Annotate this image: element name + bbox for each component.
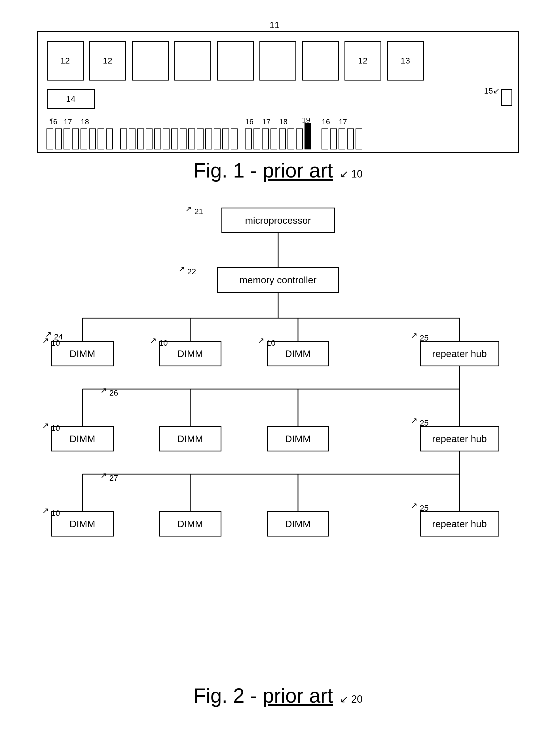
ref-25-r1: 25 bbox=[420, 334, 429, 343]
svg-rect-6 bbox=[64, 129, 70, 149]
ref-22: 22 bbox=[187, 267, 196, 276]
arrow-10-r2-1: ↗ bbox=[42, 421, 49, 430]
arrow-25-r1: ↗ bbox=[411, 331, 417, 340]
fig2-ref-20: ↙ 20 bbox=[340, 693, 362, 705]
pin-group-3: 16 17 18 19 bbox=[245, 118, 311, 149]
ref-10-r1-3: 10 bbox=[267, 339, 276, 348]
svg-rect-20 bbox=[188, 129, 195, 149]
arrow-10-r1-1: ↗ bbox=[42, 336, 49, 345]
arrow-27: ↗ bbox=[100, 471, 107, 480]
label-15-text: 15↙ bbox=[484, 86, 499, 96]
svg-rect-11 bbox=[106, 129, 112, 149]
ref-25-r2: 25 bbox=[420, 418, 429, 427]
svg-rect-13 bbox=[129, 129, 135, 149]
dimm-r2-2-box: DIMM bbox=[159, 426, 221, 451]
svg-rect-34 bbox=[279, 129, 285, 149]
svg-rect-4 bbox=[47, 129, 53, 149]
arrow-21: ↗ bbox=[185, 204, 192, 213]
ref-10-r2-1: 10 bbox=[51, 424, 60, 433]
arrow-26: ↗ bbox=[100, 386, 107, 395]
chip-12-3: 12 bbox=[345, 41, 381, 80]
svg-rect-7 bbox=[72, 129, 78, 149]
svg-rect-40 bbox=[322, 129, 328, 149]
fig2-diagram: microprocessor 21 ↗ memory controller 22… bbox=[37, 199, 519, 681]
ref-27: 27 bbox=[109, 474, 118, 483]
pins-svg: 16 ↙ 17 18 bbox=[38, 118, 520, 152]
arrow-25-r3: ↗ bbox=[411, 501, 417, 510]
svg-rect-18 bbox=[172, 129, 178, 149]
dimm-r3-3-box: DIMM bbox=[267, 511, 329, 537]
dimm-r3-2-box: DIMM bbox=[159, 511, 221, 537]
fig2-container: microprocessor 21 ↗ memory controller 22… bbox=[37, 199, 519, 707]
ref-10-r3-1: 10 bbox=[51, 509, 60, 518]
pin-group-2 bbox=[120, 129, 237, 149]
svg-rect-41 bbox=[330, 129, 337, 149]
chip-6 bbox=[259, 41, 296, 80]
arrow-10-r1-3: ↗ bbox=[258, 336, 264, 345]
repeater-r3-box: repeater hub bbox=[420, 511, 499, 537]
page: 11 12 12 12 13 14 15↙ bbox=[0, 0, 556, 756]
svg-rect-12 bbox=[120, 129, 127, 149]
ref-26: 26 bbox=[109, 388, 118, 398]
chip-5 bbox=[217, 41, 254, 80]
dimm-r1-3-box: DIMM bbox=[267, 341, 329, 366]
fig1-container: 11 12 12 12 13 14 15↙ bbox=[37, 20, 519, 182]
fig1-ref-10: ↙ 10 bbox=[340, 168, 362, 180]
svg-text:17: 17 bbox=[262, 118, 271, 126]
fig1-ref-11: 11 bbox=[270, 20, 280, 30]
pin-group-4: 16 17 bbox=[322, 118, 362, 149]
fig2-caption-underline: prior art bbox=[263, 684, 333, 707]
fig1-caption-row: Fig. 1 - prior art ↙ 10 bbox=[37, 159, 519, 182]
svg-text:↙: ↙ bbox=[49, 118, 54, 122]
svg-rect-24 bbox=[222, 129, 229, 149]
svg-text:17: 17 bbox=[339, 118, 347, 126]
svg-rect-14 bbox=[138, 129, 144, 149]
svg-rect-33 bbox=[271, 129, 277, 149]
fig1-caption-underline: prior art bbox=[263, 159, 333, 182]
svg-text:18: 18 bbox=[81, 118, 89, 126]
arrow-25-r2: ↗ bbox=[411, 416, 417, 425]
svg-rect-19 bbox=[180, 129, 186, 149]
svg-rect-9 bbox=[89, 129, 96, 149]
svg-rect-32 bbox=[262, 129, 269, 149]
svg-rect-37 bbox=[305, 124, 311, 149]
svg-rect-8 bbox=[81, 129, 87, 149]
svg-text:18: 18 bbox=[279, 118, 287, 126]
arrow-10-r1-2: ↗ bbox=[150, 336, 157, 345]
chip-13: 13 bbox=[387, 41, 424, 80]
svg-text:17: 17 bbox=[64, 118, 72, 126]
microprocessor-box: microprocessor bbox=[221, 208, 335, 233]
dimm-r1-1-box: DIMM bbox=[51, 341, 114, 366]
svg-rect-42 bbox=[339, 129, 345, 149]
motherboard: 12 12 12 13 14 15↙ bbox=[37, 31, 519, 153]
svg-text:16: 16 bbox=[322, 118, 330, 126]
chip-15 bbox=[501, 89, 512, 106]
chip-12-2: 12 bbox=[89, 41, 126, 80]
pin-group-1: 16 ↙ 17 18 bbox=[47, 118, 112, 149]
chip-14: 14 bbox=[47, 89, 95, 109]
fig2-caption-row: Fig. 2 - prior art ↙ 20 bbox=[37, 684, 519, 707]
svg-rect-23 bbox=[214, 129, 220, 149]
svg-rect-44 bbox=[356, 129, 362, 149]
memory-controller-box: memory controller bbox=[217, 267, 339, 293]
svg-rect-22 bbox=[206, 129, 212, 149]
svg-rect-17 bbox=[163, 129, 169, 149]
repeater-r2-box: repeater hub bbox=[420, 426, 499, 451]
repeater-r1-box: repeater hub bbox=[420, 341, 499, 366]
svg-rect-10 bbox=[98, 129, 104, 149]
svg-rect-15 bbox=[146, 129, 152, 149]
svg-rect-43 bbox=[347, 129, 354, 149]
dimm-r3-1-box: DIMM bbox=[51, 511, 114, 537]
svg-rect-35 bbox=[288, 129, 294, 149]
fig1-caption-text: Fig. 1 - bbox=[194, 159, 263, 182]
dimm-r2-1-box: DIMM bbox=[51, 426, 114, 451]
svg-rect-25 bbox=[231, 129, 237, 149]
svg-text:16: 16 bbox=[245, 118, 253, 126]
arrow-22: ↗ bbox=[178, 264, 185, 274]
chip-4 bbox=[174, 41, 211, 80]
chip-7 bbox=[302, 41, 339, 80]
ref-21: 21 bbox=[195, 207, 203, 216]
ref-10-r1-1: 10 bbox=[51, 339, 60, 348]
svg-rect-21 bbox=[197, 129, 203, 149]
ref-25-r3: 25 bbox=[420, 504, 429, 513]
